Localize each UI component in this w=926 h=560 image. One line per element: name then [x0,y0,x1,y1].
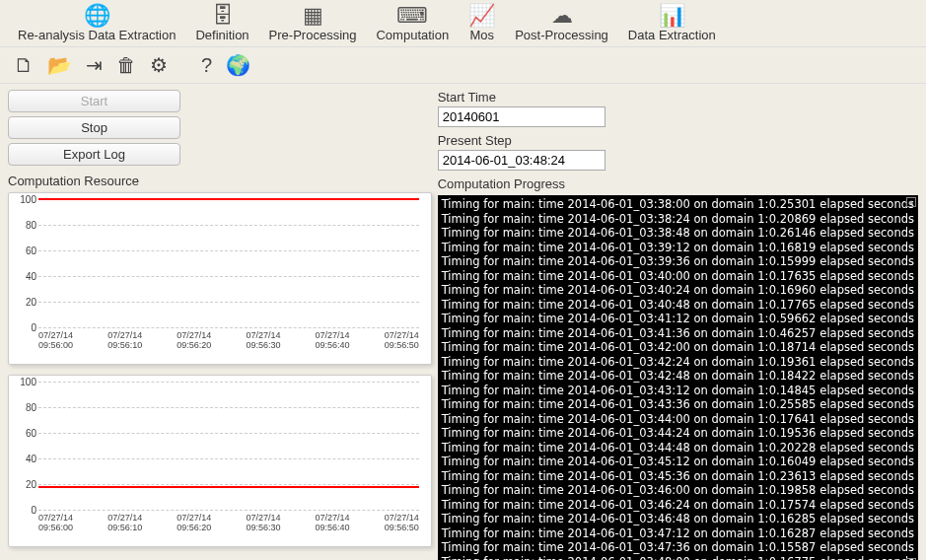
tab-icon: ▦ [269,4,357,28]
tab-mos[interactable]: 📈Mos [459,0,505,46]
log-line: Timing for main: time 2014-06-01_03:41:3… [442,326,914,341]
scroll-up-icon[interactable]: ▴ [906,197,916,207]
tab-post-processing[interactable]: ☁Post-Processing [505,0,618,46]
log-line: Timing for main: time 2014-06-01_03:40:2… [442,283,914,298]
open-file-icon[interactable]: 📂 [43,51,76,79]
y-tick: 80 [17,220,36,231]
log-line: Timing for main: time 2014-06-01_03:45:3… [442,469,914,484]
tab-icon: 📊 [628,4,716,28]
tab-label: Data Extraction [628,28,716,42]
resource-label: Computation Resource [8,174,432,188]
tab-data-extraction[interactable]: 📊Data Extraction [618,0,726,46]
present-step-label: Present Step [438,133,918,148]
log-line: Timing for main: time 2014-06-01_03:44:0… [442,412,914,427]
y-tick: 60 [17,428,36,439]
globe-icon[interactable]: 🌍 [222,51,254,79]
log-line: Timing for main: time 2014-06-01_03:42:4… [442,369,914,384]
log-line: Timing for main: time 2014-06-01_03:38:4… [442,226,914,241]
log-line: Timing for main: time 2014-06-01_03:39:1… [442,241,914,255]
x-tick: 07/27/1409:56:10 [107,331,142,351]
start-time-input[interactable] [438,106,605,127]
y-tick: 40 [17,454,36,464]
x-tick: 07/27/1409:56:00 [38,331,73,351]
y-tick: 20 [17,479,36,490]
export-log-button[interactable]: Export Log [8,143,180,166]
tab-label: Mos [468,28,495,42]
log-line: Timing for main: time 2014-06-01_03:40:4… [442,298,914,313]
log-line: Timing for main: time 2014-06-01_03:43:3… [442,397,914,412]
y-tick: 80 [17,402,36,413]
log-line: Timing for main: time 2014-06-01_03:43:1… [442,384,914,398]
x-tick: 07/27/1409:56:50 [385,331,419,351]
x-tick: 07/27/1409:56:20 [177,514,211,533]
delete-icon[interactable]: 🗑 [112,52,140,79]
progress-label: Computation Progress [438,176,918,191]
log-line: Timing for main: time 2014-06-01_03:40:0… [442,269,914,284]
present-step-input[interactable] [438,150,605,171]
log-line: Timing for main: time 2014-06-01_03:47:1… [442,526,914,541]
log-line: Timing for main: time 2014-06-01_03:47:3… [442,540,914,555]
y-tick: 40 [17,271,36,282]
toolbar: 🗋 📂 ⇥ 🗑 ⚙ ? 🌍 [0,46,926,84]
x-tick: 07/27/1409:56:50 [385,514,419,533]
log-line: Timing for main: time 2014-06-01_03:44:2… [442,426,914,441]
tab-icon: ☁ [515,4,608,28]
x-tick: 07/27/1409:56:40 [316,514,350,533]
log-line: Timing for main: time 2014-06-01_03:41:1… [442,312,914,326]
tab-label: Post-Processing [515,28,608,42]
x-tick: 07/27/1409:56:00 [38,514,73,533]
data-line [38,198,419,200]
tab-icon: 📈 [468,4,495,28]
tab-label: Definition [195,28,249,42]
y-tick: 20 [17,297,36,308]
log-line: Timing for main: time 2014-06-01_03:42:2… [442,355,914,370]
log-line: Timing for main: time 2014-06-01_03:45:1… [442,455,914,469]
tab-re-analysis-data-extraction[interactable]: 🌐Re-analysis Data Extraction [8,0,185,46]
log-console[interactable]: ▴ ▾ Timing for main: time 2014-06-01_03:… [438,195,918,560]
nav-tabs: 🌐Re-analysis Data Extraction🗄Definition▦… [0,0,926,46]
log-line: Timing for main: time 2014-06-01_03:38:2… [442,212,914,227]
log-line: Timing for main: time 2014-06-01_03:39:3… [442,254,914,269]
log-line: Timing for main: time 2014-06-01_03:46:2… [442,498,914,513]
start-button: Start [8,90,180,112]
log-line: Timing for main: time 2014-06-01_03:38:0… [442,197,914,212]
x-tick: 07/27/1409:56:30 [246,331,280,351]
start-time-label: Start Time [438,90,918,105]
log-line: Timing for main: time 2014-06-01_03:44:4… [442,441,914,455]
data-line [38,486,419,488]
x-tick: 07/27/1409:56:40 [316,331,350,351]
tab-pre-processing[interactable]: ▦Pre-Processing [259,0,367,46]
y-tick: 0 [17,322,36,333]
log-line: Timing for main: time 2014-06-01_03:46:0… [442,483,914,498]
import-icon[interactable]: ⇥ [82,51,107,79]
tab-label: Pre-Processing [269,28,357,42]
x-tick: 07/27/1409:56:30 [246,514,280,533]
tab-computation[interactable]: ⌨Computation [366,0,459,46]
tab-label: Re-analysis Data Extraction [18,28,176,42]
log-line: Timing for main: time 2014-06-01_03:46:4… [442,512,914,526]
x-tick: 07/27/1409:56:10 [107,514,142,533]
help-icon[interactable]: ? [197,52,216,79]
tab-icon: ⌨ [376,4,449,28]
tab-label: Computation [376,28,449,42]
log-line: Timing for main: time 2014-06-01_03:42:0… [442,340,914,355]
x-tick: 07/27/1409:56:20 [177,331,211,351]
y-tick: 0 [17,505,36,516]
log-line: Timing for main: time 2014-06-01_03:48:0… [442,555,914,561]
tab-definition[interactable]: 🗄Definition [185,0,258,46]
settings-icon[interactable]: ⚙ [146,51,172,79]
y-tick: 100 [17,194,36,205]
chart-1: 02040608010007/27/1409:56:0007/27/1409:5… [8,375,432,547]
new-file-icon[interactable]: 🗋 [10,52,37,79]
chart-0: 02040608010007/27/1409:56:0007/27/1409:5… [8,192,432,365]
tab-icon: 🗄 [195,4,249,28]
y-tick: 60 [17,245,36,256]
tab-icon: 🌐 [18,4,176,28]
stop-button[interactable]: Stop [8,116,180,139]
y-tick: 100 [17,377,36,387]
